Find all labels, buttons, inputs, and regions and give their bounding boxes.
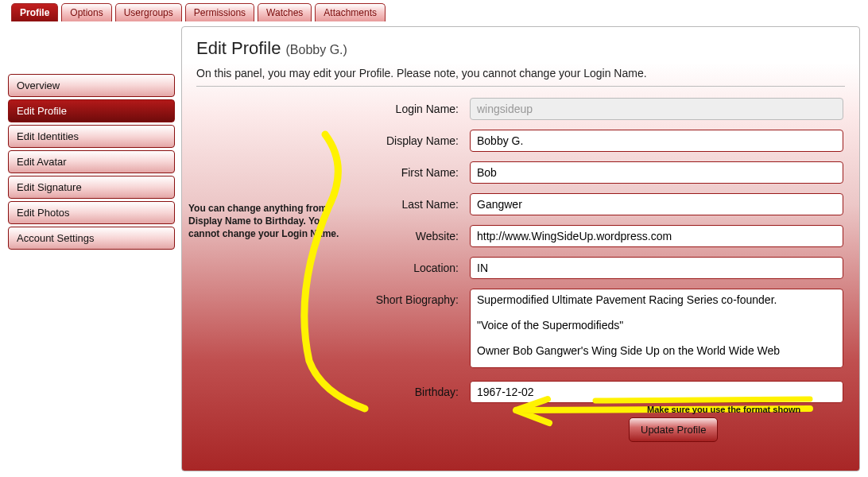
bio-textarea[interactable] — [470, 289, 843, 368]
top-tab-usergroups[interactable]: Usergroups — [115, 3, 182, 21]
top-tab-permissions[interactable]: Permissions — [185, 3, 254, 21]
display-name-label: Display Name: — [355, 130, 459, 147]
content-panel: Edit Profile (Bobby G.) On this panel, y… — [181, 26, 860, 471]
profile-form: Login Name: Display Name: First Name: La… — [355, 98, 845, 442]
birthday-input[interactable] — [470, 381, 843, 403]
top-tab-attachments[interactable]: Attachments — [315, 3, 386, 21]
page-title: Edit Profile (Bobby G.) — [196, 38, 845, 59]
update-profile-button[interactable]: Update Profile — [629, 417, 718, 442]
location-input[interactable] — [470, 257, 843, 279]
sidebar-item-edit-avatar[interactable]: Edit Avatar — [8, 150, 175, 173]
sidebar-item-overview[interactable]: Overview — [8, 74, 175, 97]
top-tab-profile[interactable]: Profile — [11, 3, 58, 21]
last-name-label: Last Name: — [355, 193, 459, 211]
page-instructions: On this panel, you may edit your Profile… — [196, 67, 845, 87]
sidebar: Overview Edit Profile Edit Identities Ed… — [8, 26, 175, 471]
last-name-input[interactable] — [470, 193, 843, 215]
sidebar-item-edit-identities[interactable]: Edit Identities — [8, 125, 175, 148]
birthday-label: Birthday: — [355, 381, 459, 398]
top-tab-options[interactable]: Options — [61, 3, 111, 21]
login-name-label: Login Name: — [355, 98, 459, 115]
sidebar-item-edit-photos[interactable]: Edit Photos — [8, 201, 175, 224]
display-name-input[interactable] — [470, 130, 843, 152]
page-title-sub: (Bobby G.) — [286, 43, 347, 56]
first-name-label: First Name: — [355, 161, 459, 179]
sidebar-item-edit-signature[interactable]: Edit Signature — [8, 176, 175, 199]
annotation-left-note: You can change anything from Display Nam… — [182, 202, 349, 241]
location-label: Location: — [355, 257, 459, 274]
website-label: Website: — [355, 225, 459, 242]
top-tab-watches[interactable]: Watches — [258, 3, 312, 21]
page-title-main: Edit Profile — [196, 38, 281, 58]
login-name-input — [470, 98, 843, 120]
top-tab-bar: Profile Options Usergroups Permissions W… — [0, 0, 868, 21]
bio-label: Short Biography: — [355, 289, 459, 306]
sidebar-item-account-settings[interactable]: Account Settings — [8, 227, 175, 250]
sidebar-item-edit-profile[interactable]: Edit Profile — [8, 99, 175, 122]
first-name-input[interactable] — [470, 161, 843, 184]
website-input[interactable] — [470, 225, 843, 247]
